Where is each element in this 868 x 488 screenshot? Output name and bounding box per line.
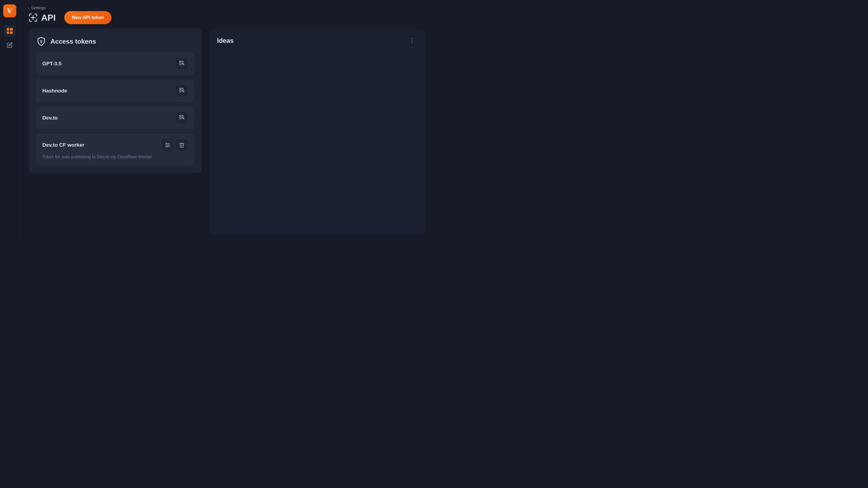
token-description-devto-cf: Token for auto-publishing to Dev.to via … [42, 154, 188, 160]
sliders-icon [164, 142, 171, 148]
token-delete-btn-devto-cf[interactable] [176, 139, 188, 151]
sidebar: V [0, 0, 20, 244]
new-api-token-button[interactable]: New API token [64, 11, 111, 24]
tokens-title: Access tokens [51, 38, 96, 45]
token-name-devto-cf: Dev.to CF worker [42, 142, 84, 148]
logo-letter: V [7, 6, 12, 15]
token-plugin-btn-devto[interactable] [176, 112, 188, 124]
right-panel: Ideas ⋮ [209, 29, 425, 235]
right-panel-title: Ideas [217, 37, 234, 44]
token-item-hashnode[interactable]: Hashnode [36, 79, 194, 102]
token-name-hashnode: Hashnode [42, 88, 67, 94]
right-panel-header: Ideas ⋮ [217, 36, 418, 45]
token-name-gpt35: GPT-3.5 [42, 61, 62, 67]
token-settings-btn-devto-cf[interactable] [162, 139, 174, 151]
tokens-card: Access tokens GPT-3.5 Hashnode [28, 29, 202, 173]
token-item-top-devto-cf: Dev.to CF worker [42, 139, 188, 151]
trash-icon [179, 142, 185, 148]
puzzle-icon-gpt35 [179, 61, 185, 67]
breadcrumb-label: Settings [31, 5, 46, 10]
token-plugin-btn-gpt35[interactable] [176, 58, 188, 70]
token-actions-devto-cf [162, 139, 188, 151]
shield-icon [36, 37, 46, 46]
token-item-devto-cf: Dev.to CF worker [36, 134, 194, 166]
tokens-section: Access tokens GPT-3.5 Hashnode [28, 29, 202, 235]
shield-icon-container [36, 36, 46, 47]
puzzle-icon-devto [179, 115, 185, 121]
api-icon [28, 13, 38, 23]
grid-icon [7, 28, 13, 34]
token-plugin-btn-hashnode[interactable] [176, 85, 188, 97]
main-content: ‹ Settings API New API token [20, 0, 434, 244]
app-logo[interactable]: V [3, 4, 16, 18]
page-title-group: API [28, 13, 56, 23]
sidebar-item-dashboard[interactable] [4, 25, 16, 37]
page-title-row: API New API token [28, 11, 425, 24]
token-item-gpt35[interactable]: GPT-3.5 [36, 52, 194, 75]
breadcrumb[interactable]: ‹ Settings [28, 5, 425, 10]
api-icon-container [28, 13, 38, 23]
sidebar-nav [4, 25, 16, 51]
three-dots-icon: ⋮ [409, 37, 415, 44]
pencil-icon [7, 42, 13, 48]
breadcrumb-arrow: ‹ [28, 6, 30, 10]
page-title: API [41, 13, 56, 23]
page-header: ‹ Settings API New API token [20, 0, 434, 29]
content-split: Access tokens GPT-3.5 Hashnode [20, 29, 434, 244]
right-panel-menu-button[interactable]: ⋮ [407, 36, 418, 45]
tokens-header: Access tokens [36, 36, 194, 47]
token-item-devto[interactable]: Dev.to [36, 106, 194, 129]
puzzle-icon-hashnode [179, 88, 185, 94]
sidebar-item-editor[interactable] [4, 39, 16, 51]
token-name-devto: Dev.to [42, 115, 58, 121]
